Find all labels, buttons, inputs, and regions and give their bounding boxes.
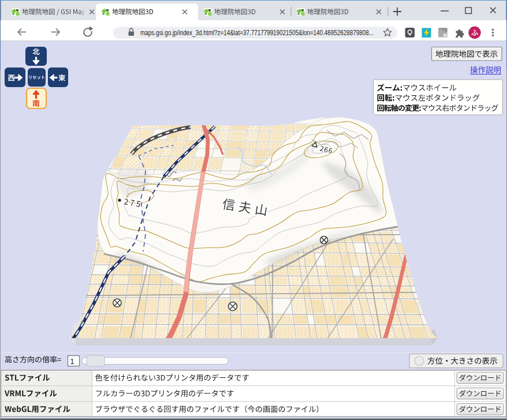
svg-text:1: 1 [70, 358, 74, 366]
svg-text:maps.gsi.go.jp/index_3d.html?z: maps.gsi.go.jp/index_3d.html?z=14&lat=37… [140, 29, 374, 37]
